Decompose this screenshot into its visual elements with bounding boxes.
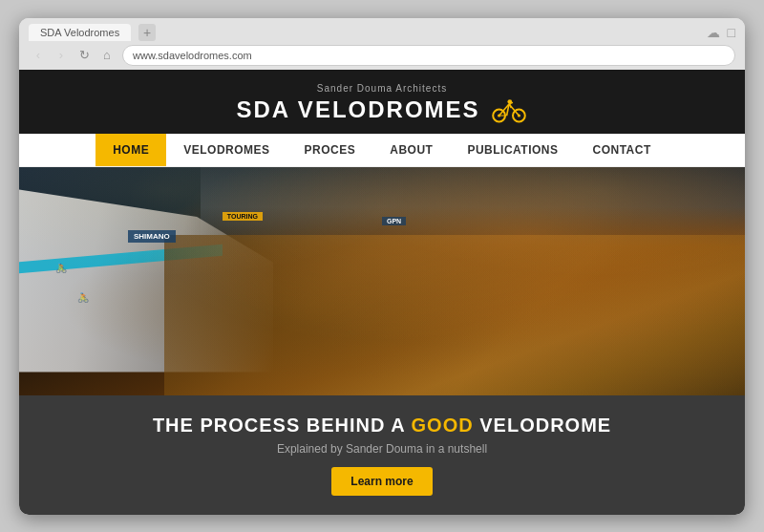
banner-gpn: GPN: [382, 217, 406, 225]
bottom-section: THE PROCESS BEHIND A GOOD VELODROME Expl…: [19, 395, 745, 515]
heading-suffix: VELODROME: [474, 415, 611, 436]
tab-label: SDA Velodromes: [40, 27, 119, 38]
cyclist-figure-2: 🚴: [77, 292, 89, 303]
site-header: Sander Douma Architects SDA VELODROMES: [19, 70, 745, 134]
banner-shimano: SHIMANO: [128, 230, 176, 243]
heading-highlight: GOOD: [412, 415, 474, 436]
process-subtitle: Explained by Sander Douma in a nutshell: [38, 442, 726, 456]
address-bar-input[interactable]: [122, 45, 735, 66]
banner-tour: TOURING: [223, 212, 263, 221]
nav-item-about[interactable]: ABOUT: [372, 134, 450, 166]
back-button[interactable]: ‹: [29, 46, 48, 65]
browser-chrome: SDA Velodromes + ☁ □ ‹ › ↻ ⌂: [19, 18, 745, 70]
hero-image: // This won't run inside SVG/style conte…: [19, 167, 745, 395]
browser-frame: SDA Velodromes + ☁ □ ‹ › ↻ ⌂: [19, 18, 745, 515]
browser-address-bar: ‹ › ↻ ⌂: [29, 45, 735, 66]
new-tab-icon: +: [143, 25, 151, 40]
nav-item-velodromes[interactable]: VELODROMES: [166, 134, 286, 166]
new-tab-button[interactable]: +: [138, 24, 156, 41]
nav-item-proces[interactable]: PROCES: [287, 134, 373, 166]
forward-button[interactable]: ›: [52, 46, 71, 65]
nav-item-publications[interactable]: PUBLICATIONS: [450, 134, 575, 166]
nav-item-contact[interactable]: CONTACT: [576, 134, 668, 166]
nav-item-home[interactable]: HOME: [96, 134, 166, 166]
window-icon: □: [728, 25, 735, 40]
site-navigation: HOME VELODROMES PROCES ABOUT PUBLICATION…: [19, 134, 745, 167]
cloud-icon: ☁: [707, 25, 720, 40]
home-button[interactable]: ⌂: [97, 46, 117, 65]
learn-more-button[interactable]: Learn more: [331, 467, 432, 496]
nav-buttons: ‹ › ↻ ⌂: [29, 46, 117, 65]
velodrome-background: // This won't run inside SVG/style conte…: [19, 167, 745, 395]
site-title-row: SDA VELODROMES: [236, 96, 527, 124]
website-content: Sander Douma Architects SDA VELODROMES: [19, 70, 745, 515]
site-subtitle: Sander Douma Architects: [317, 83, 447, 94]
refresh-button[interactable]: ↻: [74, 46, 94, 65]
cyclist-logo-icon: [490, 96, 528, 124]
site-title: SDA VELODROMES: [236, 96, 479, 123]
cyclist-figure-1: 🚴: [55, 263, 67, 273]
process-heading: THE PROCESS BEHIND A GOOD VELODROME: [38, 415, 726, 436]
heading-prefix: THE PROCESS BEHIND A: [153, 415, 412, 436]
browser-top-bar: SDA Velodromes + ☁ □: [29, 24, 735, 41]
browser-tab[interactable]: SDA Velodromes: [29, 24, 131, 41]
